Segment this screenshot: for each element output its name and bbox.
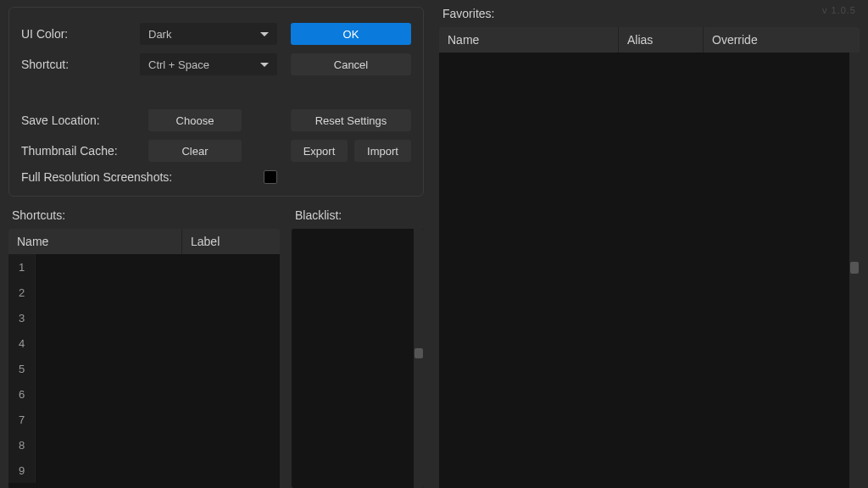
version-label: v 1.0.5 bbox=[822, 5, 856, 15]
table-row[interactable]: 5 bbox=[8, 356, 280, 381]
row-number: 4 bbox=[8, 330, 36, 356]
favorites-title: Favorites: bbox=[439, 7, 860, 27]
table-row[interactable]: 2 bbox=[8, 280, 280, 305]
shortcuts-header: Name Label bbox=[8, 229, 280, 254]
row-number: 7 bbox=[8, 407, 36, 432]
table-row[interactable]: 3 bbox=[8, 305, 280, 330]
shortcuts-col-name[interactable]: Name bbox=[8, 229, 182, 254]
table-row[interactable]: 7 bbox=[8, 407, 280, 432]
save-location-label: Save Location: bbox=[21, 114, 140, 127]
favorites-body[interactable] bbox=[439, 53, 860, 488]
row-number: 9 bbox=[8, 458, 36, 483]
thumbnail-cache-label: Thumbnail Cache: bbox=[21, 144, 140, 158]
shortcut-dropdown[interactable]: Ctrl + Space bbox=[140, 53, 277, 75]
blacklist-scrollbar[interactable] bbox=[414, 229, 424, 488]
row-number: 3 bbox=[8, 305, 36, 330]
shortcut-value: Ctrl + Space bbox=[148, 58, 209, 71]
blacklist-body[interactable] bbox=[292, 229, 424, 488]
full-resolution-checkbox[interactable] bbox=[264, 170, 277, 184]
export-button[interactable]: Export bbox=[291, 140, 348, 162]
row-number: 1 bbox=[8, 254, 36, 280]
row-number: 5 bbox=[8, 356, 36, 381]
favorites-scrollbar[interactable] bbox=[849, 53, 860, 488]
scrollbar-thumb[interactable] bbox=[850, 262, 859, 274]
ui-color-label: UI Color: bbox=[21, 27, 131, 41]
ui-color-value: Dark bbox=[148, 28, 171, 41]
chevron-down-icon bbox=[260, 63, 269, 67]
table-row[interactable]: 8 bbox=[8, 432, 280, 458]
ui-color-dropdown[interactable]: Dark bbox=[140, 23, 277, 45]
reset-settings-button[interactable]: Reset Settings bbox=[291, 109, 411, 131]
row-number: 6 bbox=[8, 381, 36, 407]
blacklist-title: Blacklist: bbox=[292, 197, 424, 229]
table-row[interactable]: 4 bbox=[8, 330, 280, 356]
row-number: 8 bbox=[8, 432, 36, 458]
cancel-button[interactable]: Cancel bbox=[291, 53, 411, 75]
shortcut-label: Shortcut: bbox=[21, 58, 131, 71]
import-button[interactable]: Import bbox=[354, 140, 411, 162]
favorites-col-alias[interactable]: Alias bbox=[619, 27, 704, 53]
favorites-col-override[interactable]: Override bbox=[704, 27, 860, 53]
shortcuts-col-label[interactable]: Label bbox=[182, 229, 280, 254]
table-row[interactable]: 6 bbox=[8, 381, 280, 407]
settings-panel: UI Color: Dark Shortcut: Ctrl + Space S bbox=[8, 7, 424, 197]
table-row[interactable]: 9 bbox=[8, 458, 280, 483]
favorites-header: Name Alias Override bbox=[439, 27, 860, 53]
scrollbar-thumb[interactable] bbox=[415, 348, 423, 358]
row-number: 2 bbox=[8, 280, 36, 305]
favorites-col-name[interactable]: Name bbox=[439, 27, 619, 53]
chevron-down-icon bbox=[260, 32, 269, 36]
clear-button[interactable]: Clear bbox=[148, 140, 242, 162]
shortcuts-table-body[interactable]: 123456789 bbox=[8, 254, 280, 488]
full-resolution-label: Full Resolution Screenshots: bbox=[21, 170, 199, 184]
table-row[interactable]: 1 bbox=[8, 254, 280, 280]
shortcuts-title: Shortcuts: bbox=[8, 197, 280, 229]
choose-button[interactable]: Choose bbox=[148, 109, 242, 131]
ok-button[interactable]: OK bbox=[291, 23, 411, 45]
